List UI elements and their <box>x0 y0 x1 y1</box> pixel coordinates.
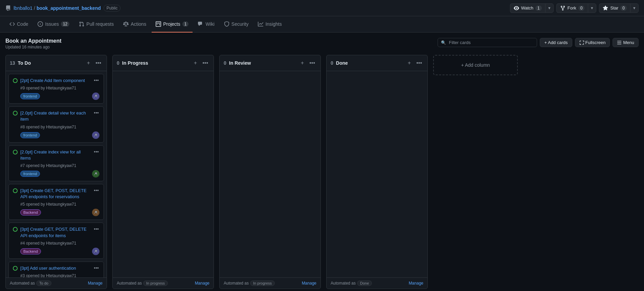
watch-dropdown[interactable]: ▾ <box>545 3 554 13</box>
card[interactable]: [2.0pt] Create index view for all items … <box>8 145 104 181</box>
column-menu-button[interactable]: ••• <box>201 59 209 67</box>
card-tag: Backend <box>20 209 41 215</box>
nav-issues[interactable]: Issues 12 <box>34 16 73 33</box>
fork-icon <box>560 5 565 11</box>
card-tag: Backend <box>20 248 41 254</box>
card[interactable]: [2.0pt] Create detail view for each item… <box>8 106 104 142</box>
fork-label: Fork <box>568 5 576 11</box>
column-menu-button[interactable]: ••• <box>94 59 103 67</box>
card-author: Htetaungkyaw71 <box>46 86 76 90</box>
avatar <box>92 209 99 216</box>
card-menu-button[interactable]: ••• <box>93 149 99 154</box>
card[interactable]: [3pt] Add user authentication ••• #3 ope… <box>8 262 104 277</box>
column-add-button[interactable]: + <box>86 59 91 67</box>
card-title-row: [3pt] Add user authentication <box>13 265 90 271</box>
fork-dropdown[interactable]: ▾ <box>588 3 596 13</box>
column-title: Done <box>336 60 404 66</box>
issue-open-icon <box>13 78 18 83</box>
automation-status: In progress <box>250 280 275 286</box>
top-bar-right: Watch 1 ▾ Fork 0 ▾ Star 0 <box>510 3 639 13</box>
repo-name[interactable]: book_appointment_backend <box>37 5 101 11</box>
automated-label: Automated as <box>117 281 142 286</box>
card-menu-button[interactable]: ••• <box>93 226 99 232</box>
column-add-button[interactable]: + <box>299 59 305 67</box>
card-meta: #8 opened by Htetaungkyaw71 <box>20 125 99 129</box>
automation-status: In progress <box>143 280 168 286</box>
menu-icon <box>617 40 622 45</box>
add-column-label: + Add column <box>461 62 490 68</box>
nav-code[interactable]: Code <box>5 16 32 33</box>
manage-link[interactable]: Manage <box>88 281 103 286</box>
column-header-in-review: 0 In Review + ••• <box>220 55 320 71</box>
fork-button[interactable]: Fork 0 <box>556 3 588 13</box>
column-menu-button[interactable]: ••• <box>415 59 423 67</box>
column-in-progress: 0 In Progress + ••• Automated as In prog… <box>112 55 214 289</box>
wiki-icon <box>198 21 203 27</box>
column-in-review: 0 In Review + ••• Automated as In progre… <box>219 55 321 289</box>
nav-security[interactable]: Security <box>220 16 253 33</box>
avatar <box>92 131 99 139</box>
star-count: 0 <box>620 5 627 11</box>
add-column-button[interactable]: + Add column <box>433 55 518 75</box>
nav-pull-requests[interactable]: Pull requests <box>75 16 118 33</box>
card-header: [2pt] Create Add Item component ••• <box>13 78 99 84</box>
card-header: [3pt] Create GET, POST, DELETE API endpo… <box>13 226 99 238</box>
code-icon <box>9 21 15 27</box>
card-menu-button[interactable]: ••• <box>93 188 99 193</box>
menu-button[interactable]: Menu <box>613 38 639 47</box>
search-icon: 🔍 <box>441 40 446 45</box>
card-title-row: [3pt] Create GET, POST, DELETE API endpo… <box>13 226 90 238</box>
fullscreen-icon <box>579 40 584 45</box>
card-meta: #4 opened by Htetaungkyaw71 <box>20 241 99 246</box>
fullscreen-label: Fullscreen <box>585 40 606 45</box>
fullscreen-button[interactable]: Fullscreen <box>575 38 610 47</box>
project-title: Book an Appointment <box>5 38 62 44</box>
column-title: In Review <box>229 60 297 66</box>
column-title: To Do <box>18 60 83 66</box>
column-menu-button[interactable]: ••• <box>308 59 316 67</box>
nav-projects[interactable]: Projects 1 <box>152 16 193 33</box>
card[interactable]: [3pt] Create GET, POST, DELETE API endpo… <box>8 184 104 220</box>
watch-button[interactable]: Watch 1 <box>510 3 545 13</box>
card-header: [3pt] Add user authentication ••• <box>13 265 99 271</box>
star-dropdown[interactable]: ▾ <box>630 3 639 13</box>
repo-owner[interactable]: lbnballo1 <box>14 5 32 11</box>
filter-input[interactable] <box>438 38 537 47</box>
card-footer: Backend <box>20 209 99 216</box>
column-add-button[interactable]: + <box>193 59 198 67</box>
automated-label: Automated as <box>331 281 356 286</box>
card-menu-button[interactable]: ••• <box>93 78 99 83</box>
issue-open-icon <box>13 188 18 193</box>
watch-group: Watch 1 ▾ <box>510 3 554 13</box>
issue-open-icon <box>13 227 18 232</box>
security-icon <box>224 21 229 27</box>
card-author: Htetaungkyaw71 <box>46 163 76 168</box>
top-bar-left: lbnballo1 / book_appointment_backend Pub… <box>5 5 120 12</box>
card-title-row: [2.0pt] Create index view for all items <box>13 149 90 161</box>
card-meta: #3 opened by Htetaungkyaw71 <box>20 273 99 277</box>
nav-insights[interactable]: Insights <box>254 16 286 33</box>
card-author: Htetaungkyaw71 <box>46 125 76 129</box>
card-title: [3pt] Create GET, POST, DELETE API endpo… <box>20 188 90 200</box>
card-header: [2.0pt] Create index view for all items … <box>13 149 99 161</box>
nav-wiki[interactable]: Wiki <box>194 16 218 33</box>
secondary-nav: Code Issues 12 Pull requests Actions Pro… <box>0 16 644 33</box>
manage-link[interactable]: Manage <box>409 281 423 286</box>
card[interactable]: [2pt] Create Add Item component ••• #9 o… <box>8 74 104 104</box>
column-add-button[interactable]: + <box>406 59 412 67</box>
card-menu-button[interactable]: ••• <box>93 265 99 271</box>
nav-actions[interactable]: Actions <box>119 16 150 33</box>
card[interactable]: [3pt] Create GET, POST, DELETE API endpo… <box>8 223 104 258</box>
card-menu-button[interactable]: ••• <box>93 110 99 116</box>
star-button[interactable]: Star 0 <box>599 3 630 13</box>
column-footer-todo: Automated as To do Manage <box>6 277 107 289</box>
manage-link[interactable]: Manage <box>302 281 316 286</box>
column-done: 0 Done + ••• Automated as Done Manage <box>326 55 428 289</box>
column-body-in-review <box>220 71 320 277</box>
card-title-row: [2.0pt] Create detail view for each item <box>13 110 90 122</box>
add-cards-button[interactable]: + Add cards <box>540 38 572 47</box>
manage-link[interactable]: Manage <box>195 281 209 286</box>
issue-open-icon <box>13 266 18 271</box>
board: 13 To Do + ••• [2pt] Create Add Item com… <box>0 52 644 291</box>
card-title-row: [3pt] Create GET, POST, DELETE API endpo… <box>13 188 90 200</box>
